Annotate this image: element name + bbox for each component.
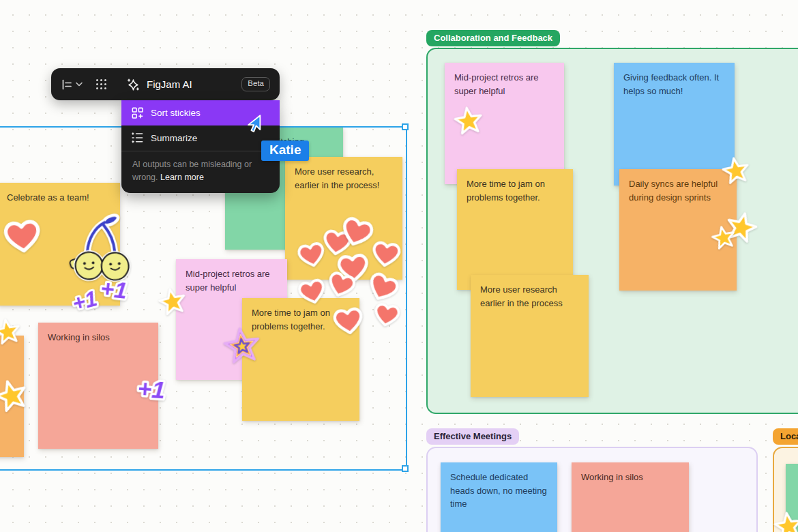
star-sticker[interactable] <box>450 103 487 140</box>
figjam-ai-header: FigJam AI Beta <box>125 77 270 92</box>
menu-item-label: Sort stickies <box>151 108 201 118</box>
star-sticker[interactable] <box>770 508 798 532</box>
star-sticker[interactable] <box>0 374 34 419</box>
summarize-icon <box>131 132 144 145</box>
svg-text:+1: +1 <box>100 275 129 304</box>
plus-one-sticker[interactable]: +1 <box>132 373 171 405</box>
sticky-note[interactable]: Working in silos <box>572 462 689 532</box>
sort-options-button[interactable] <box>61 78 83 91</box>
sticky-note[interactable]: Schedule dedicated heads down, no meetin… <box>441 462 557 532</box>
sort-stickies-icon <box>131 106 144 119</box>
selection-handle-bottom-right[interactable] <box>402 465 409 472</box>
sticky-note[interactable]: More user research earlier in the proces… <box>471 275 589 397</box>
sticky-note[interactable]: Giving feedback often. It helps so much! <box>614 63 735 186</box>
beta-badge: Beta <box>241 77 270 91</box>
star3d-sticker[interactable] <box>217 321 268 372</box>
star-sticker[interactable] <box>0 315 25 350</box>
figjam-canvas[interactable]: FigJam AI Beta Sort stickies Summarize <box>0 0 798 532</box>
ai-disclaimer: AI outputs can be misleading or wrong. L… <box>121 151 280 193</box>
sticky-note[interactable]: More time to jam on problems together. <box>457 169 573 290</box>
heart-sticker[interactable] <box>370 239 402 270</box>
plus-one-sticker[interactable]: +1 <box>95 273 133 305</box>
star-sticker[interactable] <box>707 222 739 254</box>
heart-sticker[interactable] <box>2 217 42 256</box>
collaborator-cursor-icon <box>243 114 263 134</box>
chevron-down-icon <box>76 82 83 87</box>
menu-item-label: Summarize <box>151 133 197 143</box>
sparkle-icon <box>125 77 141 92</box>
figjam-ai-toolbar: FigJam AI Beta <box>51 68 280 100</box>
section-label-local[interactable]: Local <box>773 428 798 445</box>
grid-layout-button[interactable] <box>95 78 108 91</box>
figjam-ai-title: FigJam AI <box>147 78 192 90</box>
star-sticker[interactable] <box>154 284 192 321</box>
align-left-icon <box>61 78 73 91</box>
svg-text:+1: +1 <box>137 375 166 404</box>
grid-dots-icon <box>95 78 108 91</box>
collaborator-name-label: Katie <box>261 141 309 161</box>
heart-sticker[interactable] <box>331 305 365 338</box>
learn-more-link[interactable]: Learn more <box>160 173 204 182</box>
selection-handle-top-right[interactable] <box>402 123 409 130</box>
section-label-effective-meetings[interactable]: Effective Meetings <box>426 428 519 445</box>
star-sticker[interactable] <box>718 153 754 189</box>
heart-sticker[interactable] <box>372 301 402 330</box>
section-label-collaboration-and-feedback[interactable]: Collaboration and Feedback <box>426 30 560 46</box>
